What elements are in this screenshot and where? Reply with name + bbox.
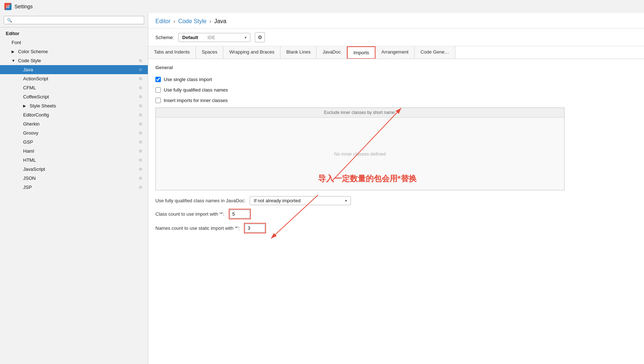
json-copy-icon: ⧉ [139, 176, 142, 181]
app-icon: IJ [4, 3, 12, 10]
tab-javadoc-label: JavaDoc [322, 49, 341, 55]
color-scheme-label: Color Scheme [18, 49, 48, 54]
tab-tabs-indents[interactable]: Tabs and Indents [148, 46, 196, 59]
inner-classes-checkbox[interactable] [155, 98, 161, 103]
chinese-text: 导入一定数量的包会用*替换 [318, 174, 417, 183]
content-area: Editor › Code Style › Java Scheme: Defau… [148, 13, 644, 364]
breadcrumb-sep-1: › [173, 18, 175, 25]
html-copy-icon: ⧉ [139, 158, 142, 162]
groovy-label: Groovy [23, 130, 38, 136]
class-count-input[interactable] [230, 210, 250, 218]
javascript-copy-icon: ⧉ [139, 167, 142, 172]
sidebar-item-editorconfig[interactable]: EditorConfig ⧉ [0, 110, 148, 119]
names-count-input[interactable] [245, 224, 265, 232]
exclude-header-text: Exclude inner classes by short name: [324, 110, 396, 115]
javascript-label: JavaScript [23, 166, 45, 172]
javadoc-field-label: Use fully qualified class names in JavaD… [155, 198, 245, 203]
settings-content: General Use single class import Use full… [155, 65, 637, 233]
gsp-copy-icon: ⧉ [139, 140, 142, 144]
general-label: General [155, 65, 173, 70]
single-import-checkbox[interactable] [155, 77, 161, 82]
sidebar-item-groovy[interactable]: Groovy ⧉ [0, 128, 148, 137]
sidebar-item-html[interactable]: HTML ⧉ [0, 156, 148, 165]
search-icon: 🔍 [7, 18, 12, 23]
inner-classes-label: Insert imports for inner classes [164, 98, 228, 103]
coffeescript-copy-icon: ⧉ [139, 94, 142, 99]
sidebar-item-editor[interactable]: Editor [0, 29, 148, 38]
breadcrumb-code-style[interactable]: Code Style [178, 18, 206, 25]
breadcrumb-editor[interactable]: Editor [155, 18, 171, 25]
sidebar-item-haml[interactable]: Haml ⧉ [0, 147, 148, 156]
tab-javadoc[interactable]: JavaDoc [317, 46, 347, 59]
qualified-names-checkbox[interactable] [155, 87, 161, 93]
names-count-highlight [244, 223, 266, 233]
color-scheme-expand-icon: ▶ [12, 50, 16, 54]
cfml-copy-icon: ⧉ [139, 85, 142, 90]
jsp-label: JSP [23, 185, 32, 190]
gear-button[interactable]: ⚙ [255, 32, 265, 42]
chinese-annotation: 导入一定数量的包会用*替换 [318, 173, 417, 184]
title-bar: IJ Settings [0, 0, 644, 13]
code-style-expand-icon: ▼ [12, 59, 16, 63]
code-style-copy-icon: ⧉ [139, 58, 142, 63]
breadcrumb-sep-2: › [209, 18, 211, 25]
settings-window: IJ Settings 🔍 Editor Font [0, 0, 644, 364]
editorconfig-label: EditorConfig [23, 112, 49, 118]
sidebar-item-json[interactable]: JSON ⧉ [0, 174, 148, 183]
tab-arrangement[interactable]: Arrangement [375, 46, 415, 59]
sidebar-item-gherkin[interactable]: Gherkin ⧉ [0, 119, 148, 128]
sidebar-item-javascript[interactable]: JavaScript ⧉ [0, 165, 148, 174]
sidebar-item-code-style[interactable]: ▼ Code Style ⧉ [0, 56, 148, 65]
sidebar-item-actionscript[interactable]: ActionScript ⧉ [0, 74, 148, 83]
single-import-label: Use single class import [164, 77, 212, 82]
tab-wrapping[interactable]: Wrapping and Braces [223, 46, 280, 59]
tab-code-gen[interactable]: Code Gene… [415, 46, 455, 59]
javadoc-select[interactable]: If not already imported ▾ [250, 196, 351, 205]
sidebar-item-font[interactable]: Font [0, 38, 148, 47]
gherkin-copy-icon: ⧉ [139, 122, 142, 126]
sidebar-item-java[interactable]: Java ⧉ [0, 65, 148, 74]
qualified-names-label: Use fully qualified class names [164, 87, 228, 93]
style-sheets-expand-icon: ▶ [23, 104, 27, 108]
html-label: HTML [23, 157, 36, 163]
code-style-label: Code Style [18, 58, 41, 63]
scheme-ide-label: IDE [207, 35, 215, 40]
style-sheets-label: Style Sheets [30, 103, 56, 109]
tab-spaces-label: Spaces [202, 49, 217, 55]
cfml-label: CFML [23, 85, 36, 90]
sidebar-item-coffeescript[interactable]: CoffeeScript ⧉ [0, 92, 148, 101]
search-input[interactable] [14, 17, 141, 23]
tab-spaces[interactable]: Spaces [196, 46, 223, 59]
gsp-label: GSP [23, 139, 33, 145]
tab-wrapping-label: Wrapping and Braces [229, 49, 274, 55]
sidebar-item-style-sheets[interactable]: ▶ Style Sheets ⧉ [0, 101, 148, 110]
sidebar-item-cfml[interactable]: CFML ⧉ [0, 83, 148, 92]
scheme-type [203, 35, 205, 40]
haml-copy-icon: ⧉ [139, 149, 142, 153]
haml-label: Haml [23, 148, 34, 154]
sidebar-item-jsp[interactable]: JSP ⧉ [0, 183, 148, 192]
scheme-bar: Scheme: Default IDE ▾ ⚙ [148, 29, 644, 46]
scheme-select[interactable]: Default IDE ▾ [178, 33, 250, 42]
scheme-label: Scheme: [155, 35, 174, 40]
coffeescript-label: CoffeeScript [23, 94, 49, 100]
search-bar: 🔍 [0, 13, 148, 27]
gherkin-label: Gherkin [23, 121, 40, 127]
tab-blank-lines[interactable]: Blank Lines [280, 46, 317, 59]
breadcrumb: Editor › Code Style › Java [148, 13, 644, 29]
jsp-copy-icon: ⧉ [139, 185, 142, 190]
tab-arrangement-label: Arrangement [381, 49, 408, 55]
groovy-copy-icon: ⧉ [139, 131, 142, 135]
gear-icon: ⚙ [258, 34, 262, 40]
actionscript-label: ActionScript [23, 76, 48, 81]
java-label: Java [23, 67, 33, 72]
settings-body: General Use single class import Use full… [148, 59, 644, 364]
search-wrapper[interactable]: 🔍 [4, 16, 144, 24]
sidebar: 🔍 Editor Font ▶ Color Scheme [0, 13, 148, 364]
tab-imports[interactable]: Imports [347, 46, 375, 59]
names-count-label: Names count to use static import with '*… [155, 225, 240, 231]
scheme-name: Default [182, 35, 198, 40]
sidebar-item-color-scheme[interactable]: ▶ Color Scheme [0, 47, 148, 56]
window-title: Settings [14, 4, 33, 9]
sidebar-item-gsp[interactable]: GSP ⧉ [0, 137, 148, 147]
